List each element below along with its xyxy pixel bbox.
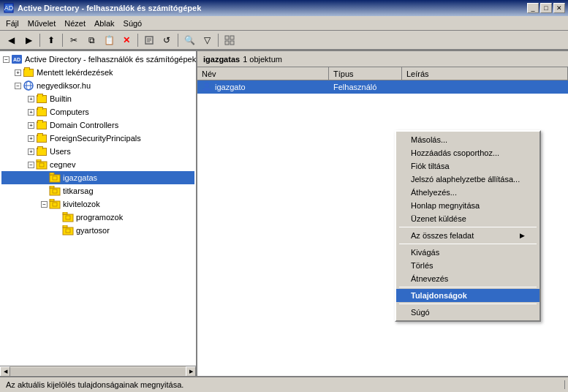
spacer-igazgatas [41,175,48,181]
folder-foreign-icon [36,132,48,144]
menu-bar: Fájl Művelet Nézet Ablak Súgó [0,16,568,31]
ctx-send-message[interactable]: Üzenet küldése [396,212,539,225]
find-button[interactable]: 🔍 [181,32,197,48]
toolbar-sep-5 [218,34,219,47]
refresh-button[interactable]: ↺ [159,32,175,48]
tree-titkarsag[interactable]: titkarsag [1,184,194,197]
tree-root[interactable]: − AD Active Directory - felhasználók és … [1,53,194,66]
tree-cegnev[interactable]: − cegnev [1,158,194,171]
ctx-all-tasks[interactable]: Az összes feladat ▶ [396,229,539,242]
expand-foreign[interactable]: + [28,135,34,142]
view-button[interactable] [221,32,238,48]
cell-type: Felhasználó [329,83,402,91]
menu-file[interactable]: Fájl [1,18,23,29]
tree-domain[interactable]: − negyediksor.hu [1,79,194,92]
tree-gyartosor[interactable]: gyartosor [1,224,194,237]
ctx-delete[interactable]: Törlés [396,259,539,272]
ou-kivitelozok-icon [49,198,61,210]
toolbar-sep-1 [39,34,40,47]
ctx-reset-password[interactable]: Jelszó alaphelyzetbe állítása... [396,173,539,186]
right-object-count: 1 objektum [243,55,282,64]
tree-computers[interactable]: + Computers [1,105,194,118]
forward-button[interactable]: ▶ [20,32,37,48]
back-button[interactable]: ◀ [3,32,19,48]
delete-button[interactable]: ✕ [118,32,135,48]
tree-users[interactable]: + Users [1,145,194,158]
right-panel: igazgatas 1 objektum Név Típus Leírás [197,50,568,376]
col-header-name[interactable]: Név [197,67,329,80]
folder-saved-icon [23,67,34,78]
cell-name: igazgato [197,82,329,92]
ctx-rename[interactable]: Átnevezés [396,272,539,285]
svg-rect-16 [37,159,41,162]
menu-view[interactable]: Nézet [60,18,90,29]
tree-view[interactable]: − AD Active Directory - felhasználók és … [0,51,196,366]
expand-dc[interactable]: + [28,122,34,129]
cut-button[interactable]: ✂ [66,32,82,48]
left-panel: − AD Active Directory - felhasználók és … [0,50,197,376]
svg-rect-31 [63,225,67,227]
right-path: igazgatas [203,55,240,64]
col-header-type[interactable]: Típus [329,67,402,80]
minimize-button[interactable]: _ [527,3,539,13]
scroll-right-btn[interactable]: ▶ [186,366,196,377]
svg-text:AD: AD [4,4,14,12]
folder-users-icon [36,146,48,157]
ctx-help[interactable]: Súgó [396,306,539,319]
context-menu: Másolás... Hozzáadás csoporthoz... Fiók … [395,130,541,322]
ctx-copy[interactable]: Másolás... [396,133,539,146]
ctx-cut[interactable]: Kivágás [396,246,539,259]
ou-igazgatas-icon [49,172,61,184]
col-header-desc[interactable]: Leírás [402,67,568,80]
list-header: Név Típus Leírás [197,67,568,80]
toolbar-sep-2 [62,34,63,47]
ctx-properties[interactable]: Tulajdonságok [396,289,539,302]
users-label: Users [50,147,71,156]
expand-root[interactable]: − [3,56,10,63]
svg-text:AD: AD [13,57,20,62]
expand-builtin[interactable]: + [28,96,34,102]
copy-button[interactable]: ⧉ [83,32,99,48]
expand-cegnev[interactable]: − [28,162,34,168]
tree-hscrollbar[interactable]: ◀ ▶ [0,366,196,376]
expand-computers[interactable]: + [28,109,34,116]
expand-saved[interactable]: + [15,69,21,76]
expand-users[interactable]: + [28,148,34,155]
svg-rect-30 [63,227,73,235]
list-row[interactable]: igazgato Felhasználó [197,80,568,94]
igazgatas-label: igazgatas [63,173,97,182]
ctx-all-tasks-label: Az összes feladat [411,231,474,240]
tree-builtin[interactable]: + Builtin [1,92,194,105]
up-button[interactable]: ⬆ [43,32,59,48]
ctx-move[interactable]: Áthelyezés... [396,186,539,199]
tree-igazgatas[interactable]: igazgatas [1,171,194,184]
tree-saved-queries[interactable]: + Mentett lekérdezések [1,66,194,79]
expand-domain[interactable]: − [15,83,21,89]
properties-button[interactable] [141,32,157,48]
tree-foreign-security[interactable]: + ForeignSecurityPrincipals [1,132,194,145]
saved-queries-label: Mentett lekérdezések [37,68,113,77]
ctx-open-homepage[interactable]: Honlap megnyitása [396,199,539,212]
ctx-disable[interactable]: Fiók tiltása [396,159,539,173]
spacer-gyartosor [54,227,61,234]
tree-domain-controllers[interactable]: + Domain Controllers [1,118,194,132]
menu-window[interactable]: Ablak [90,18,119,29]
right-header: igazgatas 1 objektum [197,51,568,67]
svg-point-33 [205,83,209,87]
ctx-add-to-group[interactable]: Hozzáadás csoporthoz... [396,146,539,159]
expand-kivitelozok[interactable]: − [41,201,48,208]
tree-programozok[interactable]: programozok [1,211,194,224]
ctx-sep-1 [399,227,537,227]
folder-computers-icon [36,106,48,118]
close-button[interactable]: ✕ [553,3,565,13]
menu-help[interactable]: Súgó [119,18,147,29]
filter-button[interactable]: ▽ [199,32,215,48]
maximize-button[interactable]: □ [540,3,552,13]
svg-rect-15 [37,162,47,169]
scroll-left-btn[interactable]: ◀ [0,366,10,377]
scroll-track[interactable] [10,368,186,375]
paste-button[interactable]: 📋 [101,32,117,48]
tree-kivitelozok[interactable]: − kivitelozok [1,197,194,211]
domain-icon [23,80,34,91]
menu-action[interactable]: Művelet [23,18,61,29]
